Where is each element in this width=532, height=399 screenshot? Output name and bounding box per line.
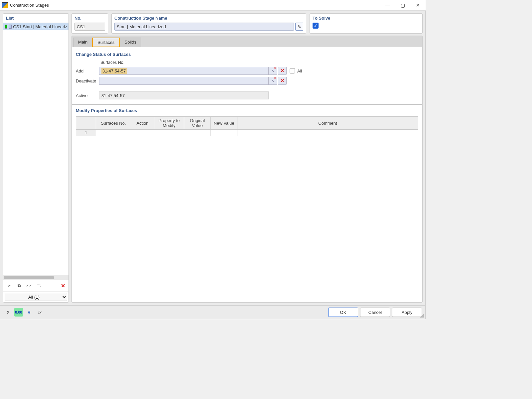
- add-input[interactable]: 31-47,54-57: [99, 67, 269, 75]
- delete-icon: ✕: [61, 283, 65, 289]
- cell-surfaces-no[interactable]: [96, 130, 131, 136]
- apply-button[interactable]: Apply: [392, 308, 422, 317]
- color-swatch-icon: [5, 25, 7, 29]
- list-header: List: [3, 14, 68, 23]
- pick-cursor-icon: ↖: [271, 78, 275, 83]
- cell-property[interactable]: [154, 130, 184, 136]
- name-field[interactable]: Start | Material Linearized: [114, 23, 294, 31]
- stage-list[interactable]: CS1 Start | Material Lineariz: [3, 23, 68, 275]
- col-original: Original Value: [184, 117, 211, 130]
- close-button[interactable]: ✕: [410, 0, 426, 11]
- deactivate-label: Deactivate: [76, 78, 99, 83]
- cell-action[interactable]: [131, 130, 154, 136]
- no-box: No. CS1: [71, 13, 108, 34]
- copy-icon: ⧉: [18, 283, 21, 288]
- uncheck-all-button[interactable]: ⮌: [35, 281, 43, 290]
- deactivate-pick-button[interactable]: ↖: [269, 77, 277, 85]
- list-item[interactable]: CS1 Start | Material Lineariz: [3, 23, 68, 30]
- solve-checkbox[interactable]: ✓: [313, 23, 319, 29]
- col-property: Property to Modify: [154, 117, 184, 130]
- maximize-button[interactable]: ▢: [395, 0, 410, 11]
- copy-button[interactable]: ⧉: [15, 281, 23, 290]
- help-button[interactable]: ?: [4, 308, 12, 317]
- app-icon: [2, 2, 8, 8]
- list-item-label: Start | Material Lineariz: [23, 24, 67, 29]
- modify-table[interactable]: Surfaces No. Action Property to Modify O…: [76, 116, 418, 136]
- active-field: 31-47,54-57: [99, 91, 269, 99]
- solve-box: To Solve ✓: [310, 13, 423, 34]
- name-label: Construction Stage Name: [114, 16, 303, 21]
- col-comment: Comment: [237, 117, 418, 130]
- all-checkbox[interactable]: [290, 68, 295, 73]
- no-field[interactable]: CS1: [74, 23, 105, 31]
- add-label: Add: [76, 68, 99, 73]
- add-pick-button[interactable]: ↖: [269, 67, 277, 75]
- list-panel: List CS1 Start | Material Lineariz ✳ ⧉: [3, 13, 69, 303]
- tab-main[interactable]: Main: [73, 38, 92, 47]
- filters-button[interactable]: ⧯: [25, 308, 34, 317]
- list-scrollbar[interactable]: [3, 275, 68, 280]
- minimize-button[interactable]: —: [380, 0, 395, 11]
- active-label: Active: [76, 93, 99, 98]
- filter-icon: ⧯: [28, 310, 31, 315]
- dialog-body: List CS1 Start | Material Lineariz ✳ ⧉: [0, 11, 426, 319]
- new-icon: ✳: [7, 283, 11, 288]
- clear-icon: ✕: [280, 68, 285, 74]
- list-filter-select[interactable]: All (1): [5, 293, 67, 301]
- all-label: All: [297, 68, 418, 73]
- cell-new[interactable]: [211, 130, 237, 136]
- cell-comment[interactable]: [237, 130, 418, 136]
- col-action: Action: [131, 117, 154, 130]
- type-swatch-icon: [9, 25, 12, 29]
- check-all-icon: ✓✓: [26, 284, 32, 288]
- ok-button[interactable]: OK: [328, 308, 358, 317]
- delete-button[interactable]: ✕: [59, 281, 67, 290]
- tab-content-surfaces: Change Status of Surfaces Surfaces No. A…: [72, 47, 422, 302]
- uncheck-icon: ⮌: [37, 283, 41, 288]
- bottom-bar: ? 0,00 ⧯ fx OK Cancel Apply: [0, 305, 425, 319]
- edit-name-button[interactable]: ✎: [295, 23, 303, 31]
- cancel-button[interactable]: Cancel: [360, 308, 390, 317]
- add-clear-button[interactable]: ✕: [278, 67, 287, 75]
- name-box: Construction Stage Name Start | Material…: [111, 13, 306, 34]
- pencil-icon: ✎: [298, 24, 301, 29]
- tab-surfaces[interactable]: Surfaces: [92, 38, 120, 47]
- clear-icon: ✕: [280, 78, 285, 84]
- title-bar: Construction Stages — ▢ ✕: [0, 0, 426, 11]
- window-title: Construction Stages: [10, 3, 49, 8]
- row-number: 1: [76, 130, 96, 136]
- col-surfaces-no: Surfaces No.: [96, 117, 131, 130]
- cell-original[interactable]: [184, 130, 211, 136]
- new-button[interactable]: ✳: [5, 281, 13, 290]
- units-button[interactable]: 0,00: [14, 308, 23, 317]
- units-icon: 0,00: [15, 310, 22, 314]
- fx-icon: fx: [38, 310, 42, 315]
- surfaces-no-header: Surfaces No.: [99, 60, 269, 65]
- change-status-header: Change Status of Surfaces: [76, 52, 418, 57]
- tab-solids[interactable]: Solids: [120, 38, 141, 47]
- resize-grip-icon[interactable]: [420, 314, 424, 318]
- tab-strip: Main Surfaces Solids: [72, 36, 422, 47]
- check-all-button[interactable]: ✓✓: [25, 281, 33, 290]
- help-icon: ?: [7, 310, 9, 315]
- formula-button[interactable]: fx: [36, 308, 44, 317]
- list-item-code: CS1: [13, 24, 21, 29]
- solve-label: To Solve: [313, 16, 420, 21]
- pick-cursor-icon: ↖: [271, 68, 275, 73]
- deactivate-clear-button[interactable]: ✕: [278, 77, 287, 85]
- modify-props-header: Modify Properties of Surfaces: [76, 108, 418, 113]
- table-row[interactable]: 1: [76, 130, 418, 136]
- col-new: New Value: [211, 117, 237, 130]
- no-label: No.: [74, 16, 105, 21]
- deactivate-input[interactable]: [99, 77, 269, 85]
